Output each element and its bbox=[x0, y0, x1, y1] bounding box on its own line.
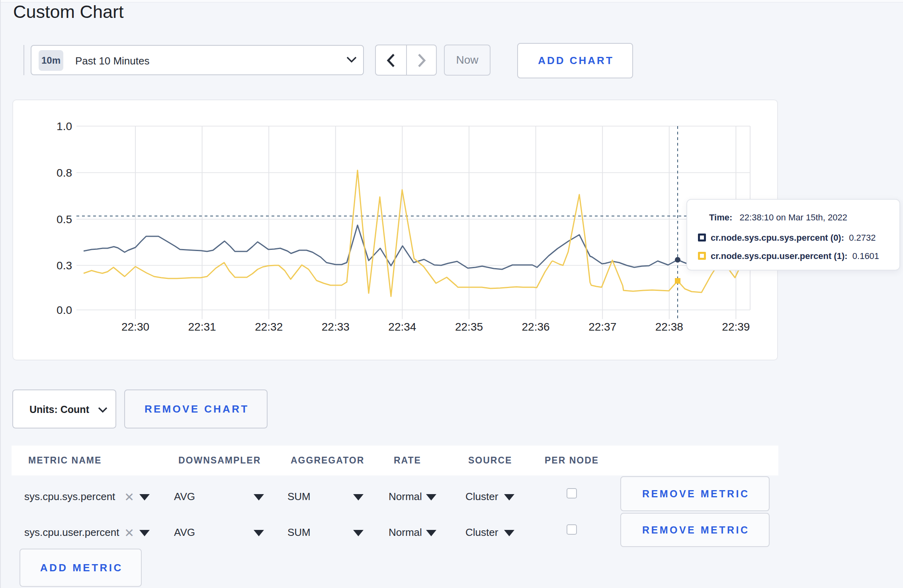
svg-text:0.0: 0.0 bbox=[57, 304, 72, 316]
svg-text:0.5: 0.5 bbox=[57, 213, 72, 226]
svg-text:22:38: 22:38 bbox=[655, 321, 683, 333]
svg-text:22:31: 22:31 bbox=[188, 321, 216, 333]
svg-text:22:30: 22:30 bbox=[121, 321, 149, 333]
svg-text:22:39: 22:39 bbox=[722, 321, 750, 333]
svg-text:22:37: 22:37 bbox=[588, 321, 616, 333]
svg-text:22:32: 22:32 bbox=[255, 321, 283, 333]
svg-text:1.0: 1.0 bbox=[57, 120, 72, 132]
svg-text:22:34: 22:34 bbox=[388, 321, 416, 333]
svg-text:0.8: 0.8 bbox=[57, 167, 72, 179]
svg-text:0.3: 0.3 bbox=[57, 259, 72, 272]
svg-text:22:33: 22:33 bbox=[322, 321, 350, 333]
svg-text:22:36: 22:36 bbox=[522, 321, 550, 333]
svg-text:22:35: 22:35 bbox=[455, 321, 483, 333]
